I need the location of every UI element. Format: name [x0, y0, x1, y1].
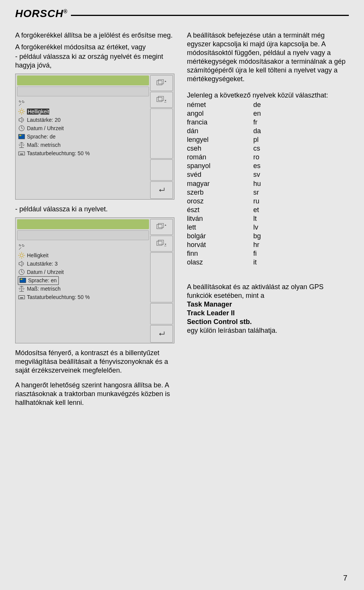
- settings-row[interactable]: Tastaturbeleuchtung: 50 %: [17, 293, 149, 301]
- blank-button-area: [150, 303, 173, 324]
- terminal-sub-bar: [17, 230, 149, 240]
- settings-row[interactable]: Datum / Uhrzeit: [17, 124, 149, 132]
- settings-row-label: Tastaturbeleuchtung: 50 %: [27, 150, 90, 156]
- language-code: pl: [253, 135, 276, 144]
- language-name: lett: [187, 223, 253, 232]
- keyboard-icon: [18, 150, 25, 157]
- language-code: fi: [253, 249, 276, 258]
- terminal-settings-list: HelligkeitLautstärke: 20Datum / UhrzeitS…: [17, 99, 149, 157]
- nav-down-button[interactable]: [150, 236, 173, 252]
- settings-row-label: Helligkeit: [27, 252, 49, 258]
- gps-feature-item: Track Leader II: [187, 309, 349, 318]
- svg-rect-17: [19, 152, 25, 155]
- settings-row-label: Helligkeit: [27, 109, 49, 115]
- sun-icon: [18, 252, 25, 259]
- settings-row-label: Tastaturbeleuchtung: 50 %: [27, 294, 90, 300]
- page-number: 7: [343, 574, 347, 582]
- page-header: HORSCH®: [15, 8, 349, 20]
- settings-row[interactable]: Helligkeit: [17, 107, 149, 116]
- settings-row[interactable]: Lautstärke: 3: [17, 260, 149, 268]
- tools-icon: [18, 244, 25, 250]
- language-code: it: [253, 258, 276, 267]
- svg-rect-26: [158, 240, 164, 244]
- scale-icon: [18, 142, 25, 148]
- language-name: lengyel: [187, 135, 253, 144]
- settings-row[interactable]: Sprache: en: [17, 276, 149, 285]
- svg-point-27: [20, 254, 23, 257]
- settings-row-label: Datum / Uhrzeit: [27, 269, 64, 275]
- language-name: francia: [187, 118, 253, 127]
- settings-row-label: Lautstärke: 3: [27, 261, 58, 267]
- svg-rect-24: [158, 223, 164, 228]
- brand-text: HORSCH: [15, 8, 63, 19]
- speaker-icon: [18, 116, 25, 123]
- language-name: angol: [187, 109, 253, 118]
- sun-icon: [18, 108, 25, 115]
- language-code: cs: [253, 144, 276, 153]
- language-code: lv: [253, 223, 276, 232]
- svg-point-4: [20, 110, 23, 113]
- language-name: dán: [187, 127, 253, 135]
- brand-mark: ®: [63, 8, 67, 14]
- terminal-screenshot-1: HelligkeitLautstärke: 20Datum / UhrzeitS…: [15, 74, 174, 200]
- tools-icon: [18, 100, 25, 107]
- settings-row[interactable]: Tastaturbeleuchtung: 50 %: [17, 149, 149, 157]
- right-column: A beállítások befejezése után a terminál…: [187, 31, 349, 410]
- svg-line-33: [23, 257, 24, 258]
- body-text: A forgókerékkel módosítsa az értéket, va…: [15, 43, 177, 52]
- settings-row[interactable]: Helligkeit: [17, 251, 149, 260]
- svg-rect-2: [157, 98, 162, 102]
- nav-down-button[interactable]: [150, 92, 173, 108]
- svg-rect-40: [19, 296, 25, 299]
- return-button[interactable]: [150, 325, 173, 343]
- terminal-settings-list: HelligkeitLautstärke: 3Datum / UhrzeitSp…: [17, 243, 149, 301]
- settings-row[interactable]: Sprache: de: [17, 132, 149, 141]
- settings-row[interactable]: Lautstärke: 20: [17, 116, 149, 124]
- nav-up-button[interactable]: [150, 219, 173, 235]
- settings-row[interactable]: Maß: metrisch: [17, 285, 149, 293]
- language-code: hr: [253, 241, 276, 249]
- settings-row-label: Maß: metrisch: [27, 286, 61, 292]
- language-code: et: [253, 206, 276, 214]
- gps-feature-item: Task Manager: [187, 300, 349, 309]
- svg-rect-23: [157, 225, 162, 229]
- gps-feature-item: Section Control stb.: [187, 318, 349, 326]
- language-name: szerb: [187, 188, 253, 197]
- caption-text: - például válassza ki a nyelvet.: [15, 205, 177, 214]
- settings-row-label: Sprache: de: [27, 134, 56, 140]
- settings-row[interactable]: Maß: metrisch: [17, 141, 149, 149]
- settings-row[interactable]: [17, 99, 149, 107]
- settings-row-label: Maß: metrisch: [27, 142, 61, 148]
- terminal-button-column: [150, 75, 173, 200]
- settings-row[interactable]: Datum / Uhrzeit: [17, 268, 149, 276]
- gps-block: A beállításokat és az aktiválást az olya…: [187, 283, 349, 335]
- language-name: bolgár: [187, 232, 253, 241]
- language-code: lt: [253, 214, 276, 223]
- svg-rect-3: [158, 96, 164, 101]
- language-code: sv: [253, 170, 276, 179]
- language-code: es: [253, 162, 276, 170]
- terminal-title-bar: [17, 76, 149, 85]
- language-code: de: [253, 101, 276, 109]
- language-code: sr: [253, 188, 276, 197]
- terminal-title-bar: [17, 219, 149, 229]
- svg-point-39: [22, 278, 24, 280]
- svg-line-34: [23, 253, 24, 254]
- return-button[interactable]: [150, 181, 173, 199]
- settings-row-label: Datum / Uhrzeit: [27, 125, 64, 131]
- language-code: bg: [253, 232, 276, 241]
- svg-line-10: [23, 113, 24, 114]
- settings-row[interactable]: [17, 243, 149, 251]
- language-code: hu: [253, 179, 276, 188]
- language-name: cseh: [187, 144, 253, 153]
- svg-rect-0: [157, 81, 162, 85]
- terminal-sub-bar: [17, 87, 149, 96]
- body-text: A forgókerékkel állítsa be a jelölést és…: [15, 31, 177, 40]
- svg-line-32: [19, 253, 20, 254]
- svg-point-38: [20, 278, 22, 280]
- flag-icon: [19, 277, 27, 284]
- blank-button-area: [150, 109, 173, 159]
- body-text: A hangerőt lehetőség szerint hangosra ál…: [15, 381, 177, 407]
- language-name: horvát: [187, 241, 253, 249]
- nav-up-button[interactable]: [150, 75, 173, 91]
